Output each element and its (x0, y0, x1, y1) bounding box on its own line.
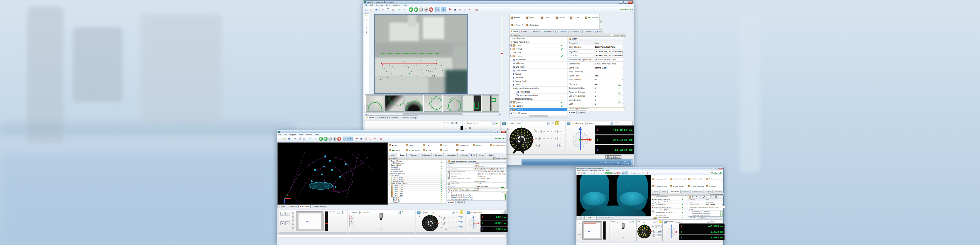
expander-icon[interactable]: + (511, 55, 512, 57)
measurement-thumbnail[interactable] (385, 95, 404, 111)
property-row-points[interactable]: Points16 Elements (447, 165, 506, 167)
slider-value[interactable]: 0.0▲▼ (458, 221, 463, 224)
measure-toggle-icon[interactable]: ⋀ (343, 137, 348, 141)
viewport-3d[interactable] (576, 175, 651, 216)
pencil-icon[interactable]: ✎ (333, 211, 335, 213)
tab-shared-settings[interactable]: ▯Shared Settings (310, 205, 328, 208)
rotate-icon[interactable]: ↻ (642, 172, 644, 174)
measurement-thumbnail[interactable] (404, 95, 423, 111)
open-icon[interactable]: ▤ (580, 172, 582, 174)
menu-item-edit[interactable]: Edit (370, 4, 374, 6)
slider-thumb[interactable] (538, 144, 540, 147)
tree-item-line-4[interactable]: +╲Line 4✔ (510, 101, 567, 104)
palette-tool-edge-curves[interactable]: ≈Edge Curves (525, 24, 540, 27)
percent-icon[interactable]: % (364, 14, 368, 18)
slider-track[interactable] (538, 138, 557, 138)
dropdown-arrow-icon[interactable]: ▼ (621, 67, 623, 68)
measure-toggle-icon[interactable]: ⋀ (435, 7, 440, 12)
alignment-lock-icon[interactable]: 🔒 (467, 211, 470, 214)
tab-konstruieren[interactable]: ✎Konstruieren (691, 190, 703, 193)
dropdown-arrow-icon[interactable]: ▼ (621, 88, 623, 89)
property-row-plane-and-axis-specification[interactable]: +Plane and Axis SpecificationXY Plane, X… (447, 177, 506, 180)
spin-down[interactable]: ▼ (660, 231, 661, 232)
expander-icon[interactable]: + (389, 178, 391, 181)
show-desktop-button[interactable] (631, 159, 633, 165)
tree-item-block-alignment[interactable]: +❚Block Alignment✔ (388, 162, 446, 164)
apply-settings-icon[interactable]: ↗ (618, 87, 621, 89)
run-icon[interactable]: ▶ (409, 7, 413, 12)
spin-down[interactable]: ▼ (562, 145, 562, 146)
property-row-begin-point[interactable]: Begin Point(141.9309 mm,...m,12.2045 mm) (568, 49, 623, 54)
property-row-tolerance-settings[interactable]: Tolerance Settings1↗▼ (568, 90, 623, 94)
pause-icon[interactable]: ❙❙ (611, 172, 614, 174)
fit-point-row[interactable]: 8Circles Z (-3.50), Minimum Point↗ (447, 194, 506, 196)
fit-point-link[interactable]: Ausrichtung Z 20 (-) Mittelpunkt (692, 211, 720, 212)
tree-item-radius[interactable]: ▮Radius (510, 72, 567, 76)
tree-item-ausrichtung-hr[interactable]: +∟Ausrichtung HR✔ (651, 204, 687, 206)
slider-track[interactable] (442, 228, 457, 228)
menu-item-help[interactable]: Help (315, 134, 318, 136)
expander-icon[interactable]: + (447, 173, 450, 175)
search-icon[interactable]: ⊕ (636, 172, 638, 174)
alignment-page-icon[interactable]: ▤ (470, 211, 473, 214)
slider-value[interactable]: 0.0▲▼ (657, 234, 662, 237)
open-icon[interactable]: ▤ (369, 7, 374, 12)
tab-touch[interactable]: ●Touch (397, 153, 407, 156)
fit-point-apply-icon[interactable]: ↗ (503, 198, 506, 200)
tree-item-line-l-150-[interactable]: +╲Line L(150)✔ (388, 195, 446, 197)
property-row-fit-initial-value[interactable]: Fit Initial ValueNominals Only▼ (447, 180, 506, 183)
tab-video[interactable]: ▶Video (388, 153, 397, 156)
apply-settings-icon[interactable]: ↗ (618, 99, 621, 102)
slider-thumb[interactable] (443, 216, 445, 220)
taster-combo[interactable]: 3 -> 3.5 (X)▼ (616, 221, 632, 223)
tab-3d-view[interactable]: ❖3D View (299, 205, 310, 208)
dropdown-arrow-icon[interactable]: ▼ (621, 103, 623, 105)
tree-item-central-angle[interactable]: ▮Central Angle (510, 80, 567, 83)
palette-tool-cylinder-segment[interactable]: ◗Cylinder Segment (489, 144, 506, 146)
move-down-icon[interactable]: ⬇ (504, 192, 506, 194)
minimize-button[interactable]: ▁ (713, 168, 716, 169)
probe-tool-button[interactable]: ➴ (578, 232, 581, 235)
spinner-icon[interactable]: ▲▼ (461, 222, 463, 224)
dropdown-arrow-icon[interactable]: ▼ (621, 46, 623, 48)
lens-combo[interactable]: 1 (9)▼ (473, 122, 495, 125)
rotate-icon[interactable]: ↻ (373, 137, 377, 141)
tab-fit[interactable]: ▙Fit (470, 153, 476, 156)
palette-tool-sphere[interactable]: ●Sphere (439, 149, 455, 151)
slider-track[interactable] (442, 218, 457, 218)
apply-settings-icon[interactable]: ↗ (618, 83, 621, 86)
slider-track[interactable] (653, 231, 656, 231)
tab-construct[interactable]: ✎Construct (555, 30, 568, 33)
property-row-top-center-point[interactable]: +Top Center Point(222.000 mm, -66.200 mm… (447, 173, 506, 175)
probe-tool-button[interactable]: ➴ (285, 221, 290, 225)
show-derived-checkbox[interactable]: ✓ (493, 158, 495, 159)
palette-tool-cone-segment[interactable]: ◣Cone Segment (405, 149, 422, 151)
roi-handle[interactable] (409, 73, 410, 74)
expander-icon[interactable]: + (389, 189, 391, 191)
spin-down[interactable]: ▼ (461, 218, 463, 219)
slider-track[interactable] (538, 131, 557, 132)
spinner-icon[interactable]: ▲▼ (461, 217, 463, 219)
tab-eingabe[interactable]: ▶Eingabe (688, 216, 697, 219)
tree-item-plane-xy[interactable]: +◆Plane XY✔ (388, 201, 446, 203)
menu-item-programm[interactable]: Programm (582, 170, 589, 171)
tray-volume-icon[interactable]: ◀)) (617, 162, 619, 164)
expander-icon[interactable]: + (652, 214, 654, 216)
expander-icon[interactable]: + (389, 199, 391, 201)
tab-video[interactable]: ▶Video (509, 30, 519, 33)
property-row-light[interactable]: Light1↗▼ (568, 102, 623, 106)
measurement-thumbnail[interactable] (424, 95, 442, 111)
slider-track[interactable] (653, 235, 656, 236)
slider-track[interactable] (538, 145, 557, 145)
spin-down[interactable]: ▼ (660, 227, 661, 228)
menu-item-maschine[interactable]: Maschine (598, 170, 605, 171)
palette-tool-rotate-line[interactable]: ↻Rotieren zur Linie (651, 185, 669, 188)
remove-point-icon[interactable]: ✕ (689, 209, 690, 210)
expander-icon[interactable]: + (447, 175, 450, 177)
menu-item-edit[interactable]: Edit (284, 134, 287, 136)
expander-icon[interactable]: + (652, 209, 654, 211)
tray-language[interactable]: NL (600, 162, 603, 164)
grid-icon[interactable]: ▦ (474, 7, 479, 12)
tree-item-line-l-060-[interactable]: +╲Line L(060)✔ (388, 189, 446, 191)
fit-point-row[interactable]: 9Circles Y (-3.50), Minimum Point↗ (447, 196, 506, 198)
